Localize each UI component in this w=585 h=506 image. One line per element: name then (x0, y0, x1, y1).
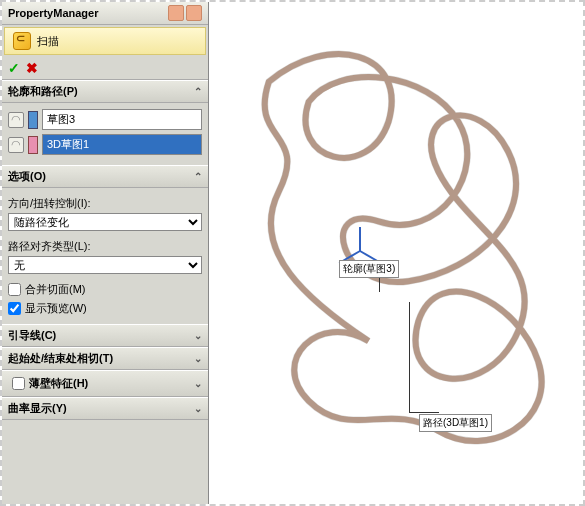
profile-field[interactable]: 草图3 (42, 109, 202, 130)
profile-icon[interactable] (8, 112, 24, 128)
path-callout: 路径(3D草图1) (419, 414, 492, 432)
profile-callout: 轮廓(草图3) (339, 260, 399, 278)
profile-color-swatch (28, 111, 38, 129)
path-color-swatch (28, 136, 38, 154)
path-field[interactable]: 3D草图1 (42, 134, 202, 155)
chevron-down-icon: ⌄ (194, 378, 202, 389)
preview-checkbox-input[interactable] (8, 302, 21, 315)
section-options[interactable]: 选项(O) ⌃ (2, 165, 208, 188)
show-preview-checkbox[interactable]: 显示预览(W) (8, 299, 202, 318)
path-icon[interactable] (8, 137, 24, 153)
graphics-viewport[interactable]: 轮廓(草图3) 路径(3D草图1) (209, 2, 583, 504)
profile-path-body: 草图3 3D草图1 (2, 103, 208, 165)
align-label: 路径对齐类型(L): (8, 237, 202, 256)
section-tangency[interactable]: 起始处/结束处相切(T) ⌄ (2, 347, 208, 370)
header-controls (168, 5, 202, 21)
panel-title: PropertyManager (8, 7, 98, 19)
section-thin[interactable]: 薄壁特征(H) ⌄ (2, 370, 208, 397)
section-guides[interactable]: 引导线(C) ⌄ (2, 324, 208, 347)
twist-select[interactable]: 随路径变化 (8, 213, 202, 231)
ok-button[interactable]: ✓ (8, 60, 20, 76)
feature-name: 扫描 (37, 34, 59, 49)
section-profile-path[interactable]: 轮廓和路径(P) ⌃ (2, 80, 208, 103)
property-manager-panel: PropertyManager 扫描 ✓ ✖ 轮廓和路径(P) ⌃ 草图3 3D… (2, 2, 209, 504)
chevron-down-icon: ⌄ (194, 353, 202, 364)
section-curvature[interactable]: 曲率显示(Y) ⌄ (2, 397, 208, 420)
sweep-preview (209, 2, 583, 501)
cancel-button[interactable]: ✖ (26, 60, 38, 76)
twist-label: 方向/扭转控制(I): (8, 194, 202, 213)
sweep-icon (13, 32, 31, 50)
merge-checkbox-input[interactable] (8, 283, 21, 296)
callout-leader (409, 412, 439, 413)
chevron-down-icon: ⌄ (194, 330, 202, 341)
feature-title-bar: 扫描 (4, 27, 206, 55)
help-icon[interactable] (186, 5, 202, 21)
chevron-up-icon: ⌃ (194, 86, 202, 97)
chevron-up-icon: ⌃ (194, 171, 202, 182)
options-body: 方向/扭转控制(I): 随路径变化 路径对齐类型(L): 无 合并切面(M) 显… (2, 188, 208, 324)
thin-feature-checkbox[interactable] (12, 377, 25, 390)
callout-leader (409, 302, 410, 412)
merge-faces-checkbox[interactable]: 合并切面(M) (8, 280, 202, 299)
panel-header: PropertyManager (2, 2, 208, 25)
action-bar: ✓ ✖ (2, 57, 208, 80)
pin-icon[interactable] (168, 5, 184, 21)
align-select[interactable]: 无 (8, 256, 202, 274)
chevron-down-icon: ⌄ (194, 403, 202, 414)
